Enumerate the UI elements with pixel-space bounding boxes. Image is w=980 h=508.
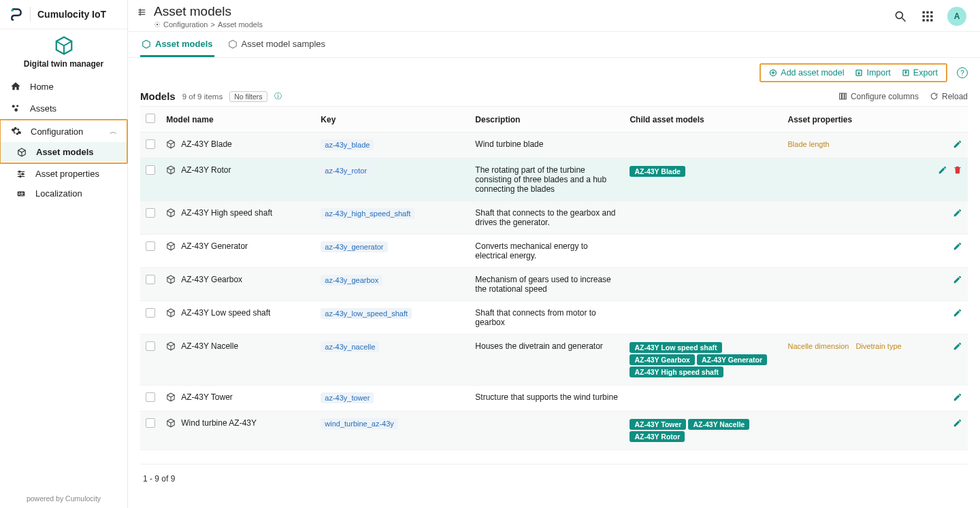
- nav-configuration[interactable]: Configuration ︿: [1, 120, 127, 142]
- edit-icon[interactable]: [938, 165, 947, 175]
- tab-asset-models[interactable]: Asset models: [140, 32, 214, 57]
- cube-icon: [166, 208, 176, 218]
- child-model-badge[interactable]: AZ-43Y High speed shaft: [630, 367, 723, 377]
- edit-icon[interactable]: [953, 275, 962, 284]
- edit-icon[interactable]: [953, 418, 962, 428]
- model-key[interactable]: az-43y_low_speed_shaft: [321, 308, 412, 319]
- table-row[interactable]: AZ-43Y Gearboxaz-43y_gearboxMechanism of…: [140, 268, 968, 301]
- property-link[interactable]: Nacelle dimension: [788, 342, 849, 350]
- home-icon: [10, 81, 22, 92]
- child-model-badge[interactable]: AZ-43Y Tower: [630, 419, 686, 430]
- svg-point-0: [11, 9, 14, 12]
- select-all-checkbox[interactable]: [146, 114, 155, 123]
- property-link[interactable]: Divetrain type: [855, 342, 901, 350]
- table-row[interactable]: AZ-43Y Toweraz-43y_towerStructure that s…: [140, 386, 968, 411]
- delete-icon[interactable]: [953, 165, 962, 175]
- model-key[interactable]: az-43y_generator: [321, 241, 387, 252]
- user-avatar[interactable]: A: [947, 7, 966, 26]
- sidebar-toggle-icon[interactable]: [136, 4, 147, 18]
- import-button[interactable]: Import: [855, 68, 890, 78]
- row-checkbox[interactable]: [146, 275, 155, 284]
- table-row[interactable]: AZ-43Y Low speed shaftaz-43y_low_speed_s…: [140, 301, 968, 335]
- model-name: AZ-43Y High speed shaft: [181, 208, 272, 218]
- export-button[interactable]: Export: [902, 68, 938, 78]
- toolbar-action-group: Add asset model Import Export: [760, 63, 947, 82]
- table-row[interactable]: AZ-43Y Bladeaz-43y_bladeWind turbine bla…: [140, 133, 968, 158]
- model-key[interactable]: az-43y_rotor: [321, 165, 371, 176]
- property-link[interactable]: Blade length: [788, 140, 830, 148]
- row-checkbox[interactable]: [146, 418, 155, 428]
- col-header-child[interactable]: Child asset models: [624, 107, 782, 133]
- model-key[interactable]: az-43y_nacelle: [321, 341, 379, 352]
- model-name: Wind turbine AZ-43Y: [181, 418, 257, 428]
- nav-sub-asset-models[interactable]: Asset models: [1, 142, 127, 162]
- model-description: Converts mechanical energy to electrical…: [470, 235, 624, 268]
- child-model-badge[interactable]: AZ-43Y Nacelle: [688, 419, 749, 430]
- nav-home[interactable]: Home: [0, 75, 127, 97]
- pager-text: 1 - 9 of 9: [140, 464, 968, 486]
- table-row[interactable]: AZ-43Y Nacelleaz-43y_nacelleHouses the d…: [140, 335, 968, 386]
- reload-button[interactable]: Reload: [930, 92, 968, 101]
- nav-assets[interactable]: Assets: [0, 97, 127, 119]
- edit-icon[interactable]: [953, 341, 962, 351]
- nav-sub-asset-properties[interactable]: Asset properties: [0, 164, 127, 184]
- add-asset-model-label: Add asset model: [781, 68, 844, 78]
- model-key[interactable]: az-43y_blade: [321, 139, 374, 150]
- col-header-name[interactable]: Model name: [161, 107, 315, 133]
- nav: Home Assets Configuration ︿ Asset models: [0, 73, 127, 203]
- child-model-badge[interactable]: AZ-43Y Gearbox: [630, 354, 695, 365]
- edit-icon[interactable]: [953, 308, 962, 318]
- child-model-badge[interactable]: AZ-43Y Generator: [697, 354, 767, 365]
- sidebar-footer: powered by Cumulocity: [0, 489, 127, 508]
- model-key[interactable]: az-43y_tower: [321, 392, 374, 403]
- tab-samples-icon: [228, 39, 238, 49]
- row-checkbox[interactable]: [146, 308, 155, 318]
- edit-icon[interactable]: [953, 392, 962, 402]
- nav-sub-asset-models-label: Asset models: [36, 147, 94, 157]
- plus-circle-icon: [769, 69, 777, 77]
- cube-icon: [166, 165, 176, 175]
- table-row[interactable]: AZ-43Y High speed shaftaz-43y_high_speed…: [140, 201, 968, 235]
- edit-icon[interactable]: [953, 241, 962, 251]
- section-help-icon[interactable]: ⓘ: [274, 91, 282, 101]
- model-key[interactable]: wind_turbine_az-43y: [321, 418, 398, 429]
- cube-icon: [166, 392, 176, 402]
- table-row[interactable]: Wind turbine AZ-43Ywind_turbine_az-43yAZ…: [140, 411, 968, 450]
- asset-properties-cell: Nacelle dimensionDivetrain type: [783, 335, 920, 386]
- item-count: 9 of 9 items: [182, 92, 223, 101]
- col-header-desc[interactable]: Description: [470, 107, 624, 133]
- model-description: Wind turbine blade: [470, 133, 624, 158]
- edit-icon[interactable]: [953, 208, 962, 218]
- row-checkbox[interactable]: [146, 165, 155, 175]
- search-icon[interactable]: [893, 9, 908, 24]
- cube-icon: [166, 341, 176, 351]
- nav-assets-label: Assets: [30, 103, 56, 114]
- cube-icon: [166, 308, 176, 318]
- apps-grid-icon[interactable]: [920, 9, 935, 24]
- model-key[interactable]: az-43y_gearbox: [321, 275, 382, 286]
- configure-columns-button[interactable]: Configure columns: [838, 92, 919, 101]
- nav-sub-localization[interactable]: A文 Localization: [0, 184, 127, 203]
- breadcrumb-root[interactable]: Configuration: [163, 20, 208, 29]
- child-models-cell: AZ-43Y TowerAZ-43Y NacelleAZ-43Y Rotor: [624, 411, 782, 450]
- child-model-badge[interactable]: AZ-43Y Blade: [630, 166, 685, 177]
- model-key[interactable]: az-43y_high_speed_shaft: [321, 208, 414, 219]
- row-checkbox[interactable]: [146, 139, 155, 149]
- tab-asset-model-samples[interactable]: Asset model samples: [227, 32, 327, 57]
- row-checkbox[interactable]: [146, 208, 155, 218]
- child-models-cell: AZ-43Y Blade: [624, 158, 782, 201]
- table-row[interactable]: AZ-43Y Generatoraz-43y_generatorConverts…: [140, 235, 968, 268]
- child-model-badge[interactable]: AZ-43Y Low speed shaft: [630, 342, 721, 353]
- col-header-prop[interactable]: Asset properties: [783, 107, 920, 133]
- edit-icon[interactable]: [953, 139, 962, 149]
- row-checkbox[interactable]: [146, 341, 155, 351]
- row-checkbox[interactable]: [146, 392, 155, 402]
- no-filters-chip[interactable]: No filters: [229, 91, 267, 102]
- asset-properties-cell: [783, 301, 920, 335]
- col-header-key[interactable]: Key: [315, 107, 470, 133]
- help-icon[interactable]: ?: [957, 67, 968, 78]
- child-model-badge[interactable]: AZ-43Y Rotor: [630, 431, 685, 442]
- table-row[interactable]: AZ-43Y Rotoraz-43y_rotorThe rotating par…: [140, 158, 968, 201]
- row-checkbox[interactable]: [146, 241, 155, 251]
- add-asset-model-button[interactable]: Add asset model: [769, 68, 844, 78]
